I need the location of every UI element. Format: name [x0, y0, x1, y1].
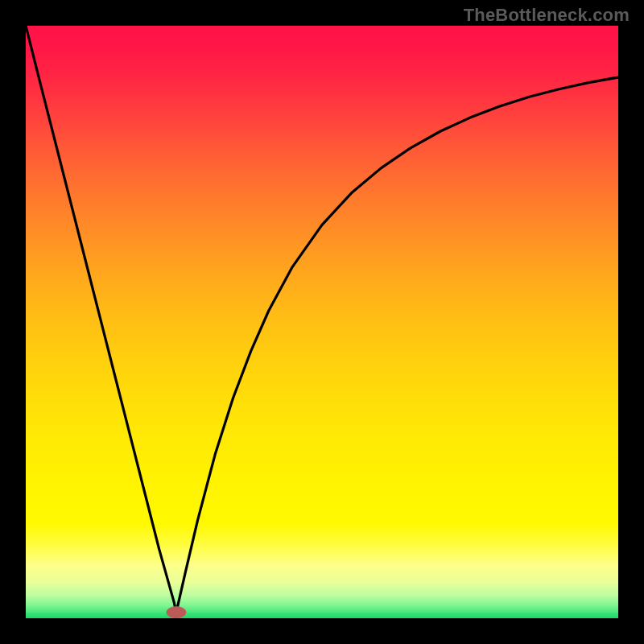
watermark-text: TheBottleneck.com: [464, 5, 630, 26]
plot-area: [26, 26, 618, 618]
min-marker: [167, 607, 186, 618]
chart-frame: TheBottleneck.com: [0, 0, 644, 644]
curve-left-descent: [26, 26, 176, 613]
curve-layer: [26, 26, 618, 618]
curve-right-recovery: [176, 77, 618, 613]
